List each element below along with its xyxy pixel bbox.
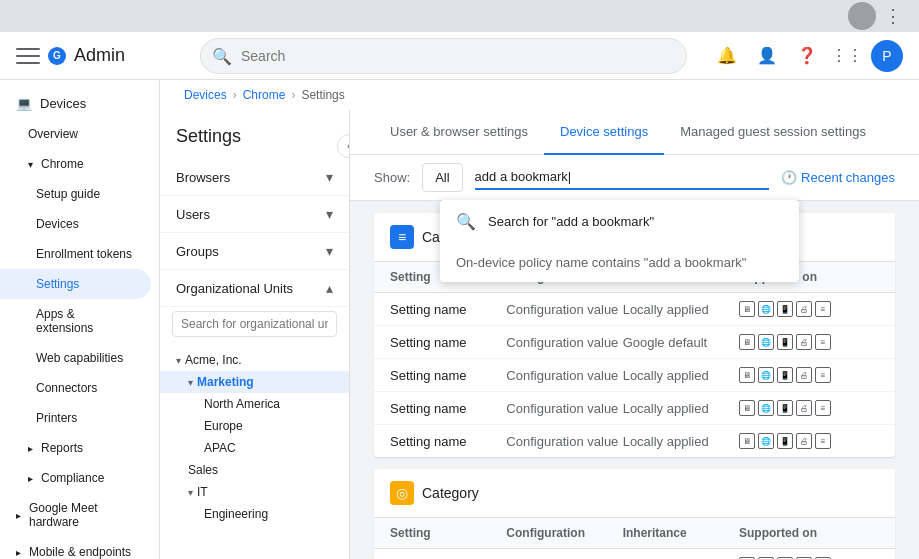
monitor-icon: 🖥 — [739, 433, 755, 449]
sidebar-item-chrome[interactable]: ▾ Chrome — [0, 149, 151, 179]
org-item-engineering[interactable]: Engineering — [160, 503, 349, 525]
android-icon: 📱 — [777, 367, 793, 383]
org-item-acme[interactable]: ▾ Acme, Inc. — [160, 349, 349, 371]
filter-bar: Show: All 🕐 Recent changes 🔍 Search for … — [350, 155, 919, 201]
web-icon: 🌐 — [758, 367, 774, 383]
org-tree: ▾ Acme, Inc. ▾ Marketing North America E… — [160, 345, 349, 529]
clock-icon: 🕐 — [781, 170, 797, 185]
category-name-2: Category — [422, 485, 479, 501]
content-area: Devices › Chrome › Settings Settings ‹ B… — [160, 80, 919, 559]
monitor-icon: 🖥 — [739, 400, 755, 416]
sidebar-item-printers[interactable]: Printers — [0, 403, 151, 433]
sidebar-item-enrollment[interactable]: Enrollment tokens — [0, 239, 151, 269]
groups-section[interactable]: Groups ▾ — [160, 233, 349, 270]
notifications-icon[interactable]: 🔔 — [711, 40, 743, 72]
settings-panel-title: Settings — [160, 126, 349, 159]
printer-icon: 🖨 — [796, 334, 812, 350]
filter-input-wrapper — [475, 165, 769, 190]
printer-icon: 🖨 — [796, 433, 812, 449]
devices-icon: 💻 — [16, 96, 32, 111]
app-title: Admin — [74, 45, 125, 66]
expand-reports-icon: ▸ — [28, 443, 33, 454]
recent-changes-button[interactable]: 🕐 Recent changes — [781, 170, 895, 185]
tab-managed-guest[interactable]: Managed guest session settings — [664, 110, 882, 155]
org-item-europe[interactable]: Europe — [160, 415, 349, 437]
menu-icon: ≡ — [815, 367, 831, 383]
sidebar-item-devices-sub[interactable]: Devices — [0, 209, 151, 239]
sidebar-item-google-meet[interactable]: ▸ Google Meet hardware — [0, 493, 151, 537]
users-section[interactable]: Users ▾ — [160, 196, 349, 233]
contacts-icon[interactable]: 👤 — [751, 40, 783, 72]
monitor-icon: 🖥 — [739, 367, 755, 383]
show-label: Show: — [374, 170, 410, 185]
browsers-section[interactable]: Browsers ▾ — [160, 159, 349, 196]
category-icon-1: ≡ — [390, 225, 414, 249]
google-logo: G — [48, 47, 66, 65]
table-row[interactable]: Setting name Configuration value Locally… — [374, 425, 895, 457]
expand-meet-icon: ▸ — [16, 510, 21, 521]
menu-icon: ≡ — [815, 301, 831, 317]
org-item-marketing[interactable]: ▾ Marketing — [160, 371, 349, 393]
org-search-wrapper — [172, 311, 337, 337]
browsers-chevron: ▾ — [326, 169, 333, 185]
breadcrumb: Devices › Chrome › Settings — [160, 80, 919, 110]
category-header-2: ◎ Category — [374, 469, 895, 518]
sidebar-item-web-cap[interactable]: Web capabilities — [0, 343, 151, 373]
android-icon: 📱 — [777, 400, 793, 416]
dropdown-item-policy[interactable]: On-device policy name contains "add a bo… — [440, 243, 799, 282]
sidebar-item-mobile[interactable]: ▸ Mobile & endpoints — [0, 537, 151, 559]
apps-icon[interactable]: ⋮⋮ — [831, 40, 863, 72]
sidebar-item-apps-ext[interactable]: Apps & extensions — [0, 299, 151, 343]
breadcrumb-chrome[interactable]: Chrome — [243, 88, 286, 102]
help-icon[interactable]: ❓ — [791, 40, 823, 72]
settings-panel: Settings ‹ Browsers ▾ Users ▾ Groups ▾ — [160, 110, 350, 559]
show-all-button[interactable]: All — [422, 163, 462, 192]
filter-input[interactable] — [475, 165, 769, 190]
org-expand-acme: ▾ — [176, 355, 181, 366]
sidebar-item-settings[interactable]: Settings — [0, 269, 151, 299]
search-input[interactable] — [200, 38, 687, 74]
table-row[interactable]: Setting name Configuration value Locally… — [374, 359, 895, 392]
tab-device[interactable]: Device settings — [544, 110, 664, 155]
table-row[interactable]: Setting name Configuration value Google … — [374, 326, 895, 359]
category-icon-2: ◎ — [390, 481, 414, 505]
breadcrumb-devices[interactable]: Devices — [184, 88, 227, 102]
sidebar-item-overview[interactable]: Overview — [0, 119, 151, 149]
table-row[interactable]: Setting name Configuration value Locally… — [374, 293, 895, 326]
org-search-input[interactable] — [172, 311, 337, 337]
printer-icon: 🖨 — [796, 400, 812, 416]
sidebar-item-devices[interactable]: 💻 Devices — [0, 88, 151, 119]
org-expand-it: ▾ — [188, 487, 193, 498]
sidebar-item-setup[interactable]: Setup guide — [0, 179, 151, 209]
sidebar-item-connectors[interactable]: Connectors — [0, 373, 151, 403]
tab-user-browser[interactable]: User & browser settings — [374, 110, 544, 155]
monitor-icon: 🖥 — [739, 334, 755, 350]
org-units-section[interactable]: Organizational Units ▴ — [160, 270, 349, 307]
org-item-north-america[interactable]: North America — [160, 393, 349, 415]
users-chevron: ▾ — [326, 206, 333, 222]
sidebar-item-compliance[interactable]: ▸ Compliance — [0, 463, 151, 493]
web-icon: 🌐 — [758, 301, 774, 317]
org-chevron: ▴ — [326, 280, 333, 296]
hamburger-menu[interactable] — [16, 44, 40, 68]
android-icon: 📱 — [777, 301, 793, 317]
menu-icon: ≡ — [815, 400, 831, 416]
browser-user-icon[interactable] — [848, 2, 876, 30]
browser-menu-dots[interactable]: ⋮ — [884, 5, 903, 27]
dropdown-search-icon: 🔍 — [456, 212, 476, 231]
table-row[interactable]: Setting name Configuration value Locally… — [374, 392, 895, 425]
groups-chevron: ▾ — [326, 243, 333, 259]
user-avatar[interactable]: P — [871, 40, 903, 72]
org-item-it[interactable]: ▾ IT — [160, 481, 349, 503]
th-supported-2: Supported on — [739, 526, 879, 540]
org-item-sales[interactable]: Sales — [160, 459, 349, 481]
tabs-bar: User & browser settings Device settings … — [350, 110, 919, 155]
expand-mobile-icon: ▸ — [16, 547, 21, 558]
sidebar-item-reports[interactable]: ▸ Reports — [0, 433, 151, 463]
filter-dropdown: 🔍 Search for "add a bookmark" On-device … — [440, 200, 799, 282]
monitor-icon: 🖥 — [739, 301, 755, 317]
table-row[interactable]: Setting name Configuration value Locally… — [374, 549, 895, 559]
org-item-apac[interactable]: APAC — [160, 437, 349, 459]
dropdown-item-search[interactable]: 🔍 Search for "add a bookmark" — [440, 200, 799, 243]
printer-icon: 🖨 — [796, 367, 812, 383]
